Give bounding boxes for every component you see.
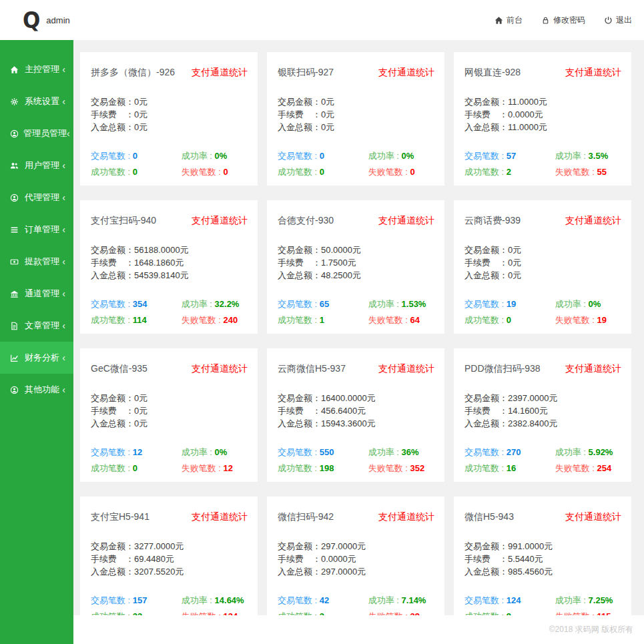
- tx-count-label: 交易笔数 :: [91, 447, 133, 457]
- card-details: 交易金额：0元 手续费 ：0元 入金总额：0元: [278, 95, 434, 133]
- fee-label: 手续费 ：: [278, 109, 321, 119]
- sidebar-item-8[interactable]: 文章管理 ‹: [0, 310, 73, 342]
- fee-label: 手续费 ：: [464, 258, 508, 268]
- chevron-left-icon: ‹: [62, 384, 67, 395]
- tx-count-label: 交易笔数 :: [464, 151, 507, 161]
- channel-stats-link[interactable]: 支付通道统计: [378, 67, 434, 79]
- chevron-left-icon: ‹: [62, 224, 67, 235]
- card-stats: 交易笔数 : 124 成功率 : 7.25% 成功笔数 : 9 失败笔数 : 1…: [464, 595, 621, 615]
- channel-card: 银联扫码-927 支付通道统计 交易金额：0元 手续费 ：0元 入金总额：0元 …: [267, 52, 444, 186]
- amount-value: 0元: [134, 393, 147, 403]
- success-count-value: 0: [320, 167, 324, 177]
- card-details: 交易金额：3277.0000元 手续费 ：69.4480元 入金总额：3207.…: [91, 540, 247, 578]
- change-password-link[interactable]: 修改密码: [541, 15, 585, 26]
- card-details: 交易金额：16400.0000元 手续费 ：456.6400元 入金总额：159…: [278, 392, 434, 430]
- fail-count-value: 352: [410, 463, 425, 473]
- fee-value: 0元: [508, 258, 521, 268]
- logout-link[interactable]: 退出: [604, 15, 632, 26]
- frontend-link-label: 前台: [507, 15, 523, 26]
- channel-stats-link[interactable]: 支付通道统计: [565, 215, 621, 227]
- card-title: PDD微信扫码-938: [464, 363, 541, 375]
- card-title: 拼多多（微信）-926: [91, 67, 175, 79]
- sidebar-item-0[interactable]: 主控管理 ‹: [0, 53, 73, 85]
- sidebar-item-9[interactable]: 财务分析 ‹: [0, 342, 73, 374]
- channel-card: 支付宝扫码-940 支付通道统计 交易金额：56188.0000元 手续费 ：1…: [80, 200, 258, 334]
- success-count-label: 成功笔数 :: [91, 463, 133, 473]
- sidebar-item-3[interactable]: 用户管理 ‹: [0, 149, 73, 182]
- channel-card: 拼多多（微信）-926 支付通道统计 交易金额：0元 手续费 ：0元 入金总额：…: [80, 52, 258, 186]
- sidebar-item-label: 系统设置: [25, 95, 62, 107]
- home-icon: [495, 16, 503, 25]
- fail-count-label: 失败笔数 :: [368, 167, 410, 177]
- success-rate-label: 成功率 :: [368, 595, 402, 605]
- channel-stats-link[interactable]: 支付通道统计: [378, 215, 434, 227]
- channel-stats-link[interactable]: 支付通道统计: [378, 511, 434, 523]
- card-stats: 交易笔数 : 157 成功率 : 14.64% 成功笔数 : 23 失败笔数 :…: [91, 595, 247, 615]
- card-details: 交易金额：50.0000元 手续费 ：1.7500元 入金总额：48.2500元: [278, 244, 434, 282]
- card-title: 云商微信H5-937: [278, 363, 346, 375]
- success-count-value: 16: [507, 463, 516, 473]
- total-in-label: 入金总额：: [464, 567, 508, 577]
- success-rate-value: 1.53%: [402, 299, 426, 309]
- fee-label: 手续费 ：: [464, 406, 508, 416]
- channel-stats-link[interactable]: 支付通道统计: [192, 67, 248, 79]
- success-count-label: 成功笔数 :: [278, 315, 320, 325]
- sidebar-item-10[interactable]: 其他功能 ‹: [0, 374, 73, 406]
- tx-count-value: 354: [133, 299, 147, 309]
- channel-stats-link[interactable]: 支付通道统计: [378, 363, 434, 375]
- success-count-label: 成功笔数 :: [278, 167, 320, 177]
- gear-icon: [10, 97, 20, 106]
- card-details: 交易金额：297.0000元 手续费 ：0.0000元 入金总额：297.000…: [278, 540, 434, 578]
- tx-count-value: 65: [320, 299, 329, 309]
- channel-stats-link[interactable]: 支付通道统计: [565, 67, 621, 79]
- sidebar-item-5[interactable]: 订单管理 ‹: [0, 214, 73, 246]
- sidebar-item-4[interactable]: 代理管理 ‹: [0, 182, 73, 214]
- card-title: 银联扫码-927: [278, 67, 334, 79]
- sidebar-item-7[interactable]: 通道管理 ‹: [0, 278, 73, 310]
- sidebar-item-2[interactable]: 管理员管理 ‹: [0, 117, 73, 149]
- fee-value: 0元: [134, 109, 147, 119]
- channel-card: 网银直连-928 支付通道统计 交易金额：11.0000元 手续费 ：0.000…: [454, 52, 631, 186]
- success-count-value: 1: [320, 315, 324, 325]
- card-title: 支付宝扫码-940: [91, 215, 156, 227]
- amount-label: 交易金额：: [91, 245, 134, 255]
- amount-value: 11.0000元: [508, 97, 547, 107]
- tx-count-value: 12: [133, 447, 142, 457]
- fail-count-label: 失败笔数 :: [555, 463, 597, 473]
- channel-stats-link[interactable]: 支付通道统计: [565, 363, 621, 375]
- total-in-value: 2382.8400元: [508, 418, 557, 428]
- frontend-link[interactable]: 前台: [495, 15, 523, 26]
- sidebar-menu: 主控管理 ‹ 系统设置 ‹ 管理员管理 ‹ 用户管理 ‹ 代理管理 ‹ 订单管理…: [0, 53, 73, 406]
- card-details: 交易金额：0元 手续费 ：0元 入金总额：0元: [464, 244, 621, 282]
- success-count-value: 0: [133, 167, 137, 177]
- channel-stats-link[interactable]: 支付通道统计: [192, 363, 248, 375]
- sidebar-item-label: 主控管理: [25, 63, 62, 75]
- amount-label: 交易金额：: [91, 541, 134, 551]
- tx-count-label: 交易笔数 :: [464, 447, 507, 457]
- success-rate-label: 成功率 :: [368, 299, 402, 309]
- success-count-label: 成功笔数 :: [464, 167, 507, 177]
- chevron-left-icon: ‹: [62, 352, 67, 363]
- fee-label: 手续费 ：: [464, 109, 508, 119]
- cards-grid: 拼多多（微信）-926 支付通道统计 交易金额：0元 手续费 ：0元 入金总额：…: [73, 40, 644, 615]
- tx-count-value: 0: [133, 151, 137, 161]
- success-rate-label: 成功率 :: [368, 151, 402, 161]
- amount-label: 交易金额：: [464, 97, 508, 107]
- fail-count-label: 失败笔数 :: [555, 167, 597, 177]
- success-rate-label: 成功率 :: [182, 151, 215, 161]
- amount-label: 交易金额：: [91, 97, 134, 107]
- card-title: 云商话费-939: [464, 215, 521, 227]
- tx-count-value: 57: [507, 151, 516, 161]
- tx-count-label: 交易笔数 :: [91, 299, 133, 309]
- sidebar-item-6[interactable]: 提款管理 ‹: [0, 246, 73, 278]
- channel-stats-link[interactable]: 支付通道统计: [565, 511, 621, 523]
- change-password-label: 修改密码: [553, 15, 585, 26]
- total-in-value: 15943.3600元: [321, 418, 376, 428]
- channel-stats-link[interactable]: 支付通道统计: [192, 215, 248, 227]
- card-details: 交易金额：0元 手续费 ：0元 入金总额：0元: [91, 95, 247, 133]
- channel-stats-link[interactable]: 支付通道统计: [192, 511, 248, 523]
- sidebar-item-1[interactable]: 系统设置 ‹: [0, 85, 73, 117]
- total-in-value: 0元: [134, 418, 147, 428]
- page-footer: ©2018 求码网 版权所有: [73, 615, 644, 644]
- total-in-value: 11.0000元: [508, 122, 547, 132]
